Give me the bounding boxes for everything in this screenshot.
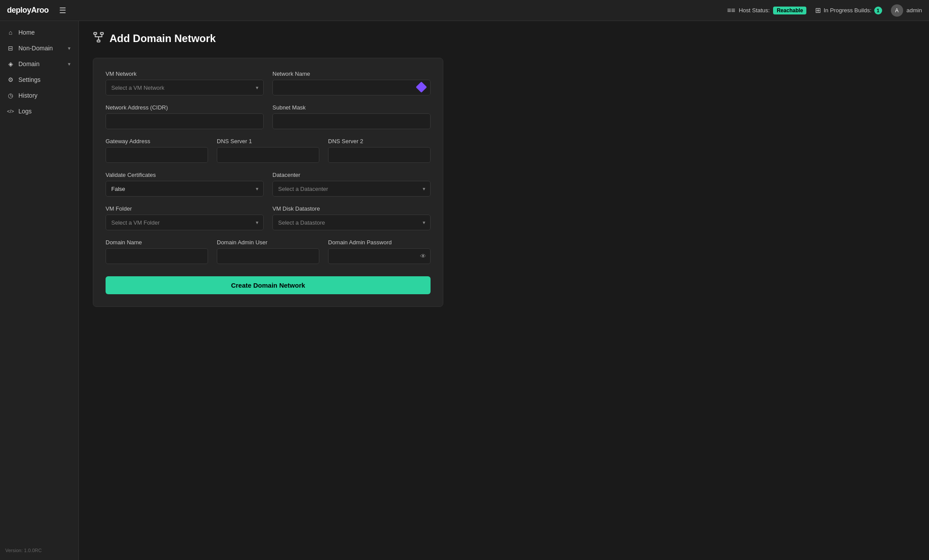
diamond-shape bbox=[416, 81, 427, 92]
app-logo: deployAroo bbox=[7, 6, 49, 15]
network-name-group: Network Name bbox=[272, 70, 431, 95]
network-address-label: Network Address (CIDR) bbox=[106, 104, 264, 111]
in-progress-label: In Progress Builds: bbox=[823, 7, 871, 14]
vm-network-label: VM Network bbox=[106, 70, 264, 77]
sidebar-logs-label: Logs bbox=[18, 108, 32, 115]
form-row-4: Validate Certificates False True ▼ Datac… bbox=[106, 172, 431, 197]
main-content: Add Domain Network VM Network Select a V… bbox=[79, 21, 929, 560]
password-toggle-icon[interactable]: 👁 bbox=[420, 253, 426, 260]
form-row-2: Network Address (CIDR) Subnet Mask bbox=[106, 104, 431, 129]
form-row-6: Domain Name Domain Admin User Domain Adm… bbox=[106, 239, 431, 264]
non-domain-icon: ⊟ bbox=[7, 45, 14, 52]
network-name-wrapper bbox=[272, 80, 431, 95]
host-status: ≡ Host Status: Reachable bbox=[727, 7, 807, 14]
non-domain-chevron-icon: ▼ bbox=[67, 46, 71, 51]
page-title: Add Domain Network bbox=[110, 32, 216, 45]
sidebar-home-left: ⌂ Home bbox=[7, 29, 35, 36]
domain-name-label: Domain Name bbox=[106, 239, 208, 246]
in-progress-builds: ⊞ In Progress Builds: 1 bbox=[815, 6, 882, 14]
datacenter-group: Datacenter Select a Datacenter ▼ bbox=[272, 172, 431, 197]
vm-disk-datastore-group: VM Disk Datastore Select a Datastore ▼ bbox=[272, 205, 431, 230]
vm-disk-datastore-select[interactable]: Select a Datastore bbox=[272, 215, 431, 230]
dns-server2-group: DNS Server 2 bbox=[328, 138, 431, 163]
vm-folder-select[interactable]: Select a VM Folder bbox=[106, 215, 264, 230]
hamburger-button[interactable]: ☰ bbox=[56, 4, 70, 17]
sidebar-history-label: History bbox=[18, 92, 38, 99]
sidebar-item-history[interactable]: ◷ History bbox=[0, 88, 78, 103]
builds-count-badge: 1 bbox=[874, 7, 882, 14]
logs-icon: </> bbox=[7, 108, 14, 115]
datacenter-select[interactable]: Select a Datacenter bbox=[272, 181, 431, 197]
dns-server2-label: DNS Server 2 bbox=[328, 138, 431, 144]
sidebar-logs-left: </> Logs bbox=[7, 108, 32, 115]
network-name-diamond-icon bbox=[417, 83, 426, 92]
vm-folder-group: VM Folder Select a VM Folder ▼ bbox=[106, 205, 264, 230]
domain-name-input[interactable] bbox=[106, 248, 208, 264]
domain-admin-user-input[interactable] bbox=[217, 248, 319, 264]
host-status-badge: Reachable bbox=[773, 7, 806, 14]
network-address-input[interactable] bbox=[106, 113, 264, 129]
sidebar-item-logs[interactable]: </> Logs bbox=[0, 103, 78, 119]
create-domain-network-button[interactable]: Create Domain Network bbox=[106, 276, 431, 294]
dns-server2-input[interactable] bbox=[328, 147, 431, 163]
vm-network-select-wrapper: Select a VM Network ▼ bbox=[106, 80, 264, 95]
admin-menu[interactable]: A admin bbox=[891, 4, 922, 17]
domain-admin-password-label: Domain Admin Password bbox=[328, 239, 431, 246]
add-domain-network-form: VM Network Select a VM Network ▼ Network… bbox=[93, 58, 443, 307]
sidebar-history-left: ◷ History bbox=[7, 92, 38, 99]
form-row-1: VM Network Select a VM Network ▼ Network… bbox=[106, 70, 431, 95]
subnet-mask-group: Subnet Mask bbox=[272, 104, 431, 129]
network-svg-icon bbox=[93, 32, 104, 43]
vm-network-group: VM Network Select a VM Network ▼ bbox=[106, 70, 264, 95]
sidebar-domain-left: ◈ Domain bbox=[7, 60, 39, 67]
validate-certs-select-wrapper: False True ▼ bbox=[106, 181, 264, 197]
sidebar-item-non-domain[interactable]: ⊟ Non-Domain ▼ bbox=[0, 40, 78, 56]
domain-icon: ◈ bbox=[7, 60, 14, 67]
admin-label: admin bbox=[907, 7, 922, 14]
sidebar-non-domain-left: ⊟ Non-Domain bbox=[7, 45, 53, 52]
topbar-right: ≡ Host Status: Reachable ⊞ In Progress B… bbox=[727, 4, 922, 17]
sidebar-settings-left: ⚙ Settings bbox=[7, 76, 41, 83]
gateway-address-label: Gateway Address bbox=[106, 138, 208, 144]
vm-folder-label: VM Folder bbox=[106, 205, 264, 212]
datacenter-select-wrapper: Select a Datacenter ▼ bbox=[272, 181, 431, 197]
subnet-mask-input[interactable] bbox=[272, 113, 431, 129]
vm-network-select[interactable]: Select a VM Network bbox=[106, 80, 264, 95]
topbar-left: deployAroo ☰ bbox=[7, 4, 70, 17]
validate-certs-select[interactable]: False True bbox=[106, 181, 264, 197]
sidebar-item-domain[interactable]: ◈ Domain ▼ bbox=[0, 56, 78, 72]
sidebar-home-label: Home bbox=[18, 29, 35, 36]
network-name-label: Network Name bbox=[272, 70, 431, 77]
host-status-icon: ≡ bbox=[727, 7, 735, 14]
datacenter-label: Datacenter bbox=[272, 172, 431, 178]
history-icon: ◷ bbox=[7, 92, 14, 99]
page-header: Add Domain Network bbox=[93, 32, 915, 46]
vm-disk-datastore-select-wrapper: Select a Datastore ▼ bbox=[272, 215, 431, 230]
gateway-address-input[interactable] bbox=[106, 147, 208, 163]
gateway-address-group: Gateway Address bbox=[106, 138, 208, 163]
settings-icon: ⚙ bbox=[7, 76, 14, 83]
sidebar-item-home[interactable]: ⌂ Home bbox=[0, 25, 78, 40]
sidebar: ⌂ Home ⊟ Non-Domain ▼ ◈ Domain ▼ ⚙ Setti… bbox=[0, 21, 79, 560]
network-name-input[interactable] bbox=[272, 80, 431, 95]
domain-admin-password-wrapper: 👁 bbox=[328, 248, 431, 264]
topbar: deployAroo ☰ ≡ Host Status: Reachable ⊞ … bbox=[0, 0, 929, 21]
domain-admin-user-label: Domain Admin User bbox=[217, 239, 319, 246]
network-address-group: Network Address (CIDR) bbox=[106, 104, 264, 129]
layout: ⌂ Home ⊟ Non-Domain ▼ ◈ Domain ▼ ⚙ Setti… bbox=[0, 21, 929, 560]
sidebar-non-domain-label: Non-Domain bbox=[18, 45, 53, 52]
vm-folder-select-wrapper: Select a VM Folder ▼ bbox=[106, 215, 264, 230]
form-row-3: Gateway Address DNS Server 1 DNS Server … bbox=[106, 138, 431, 163]
builds-icon: ⊞ bbox=[815, 6, 821, 14]
host-status-label: Host Status: bbox=[739, 7, 770, 14]
home-icon: ⌂ bbox=[7, 29, 14, 36]
validate-certs-label: Validate Certificates bbox=[106, 172, 264, 178]
domain-admin-password-input[interactable] bbox=[328, 248, 431, 264]
dns-server1-input[interactable] bbox=[217, 147, 319, 163]
sidebar-domain-label: Domain bbox=[18, 60, 39, 67]
domain-admin-password-group: Domain Admin Password 👁 bbox=[328, 239, 431, 264]
domain-chevron-icon: ▼ bbox=[67, 62, 71, 67]
vm-disk-datastore-label: VM Disk Datastore bbox=[272, 205, 431, 212]
validate-certs-group: Validate Certificates False True ▼ bbox=[106, 172, 264, 197]
sidebar-item-settings[interactable]: ⚙ Settings bbox=[0, 72, 78, 88]
